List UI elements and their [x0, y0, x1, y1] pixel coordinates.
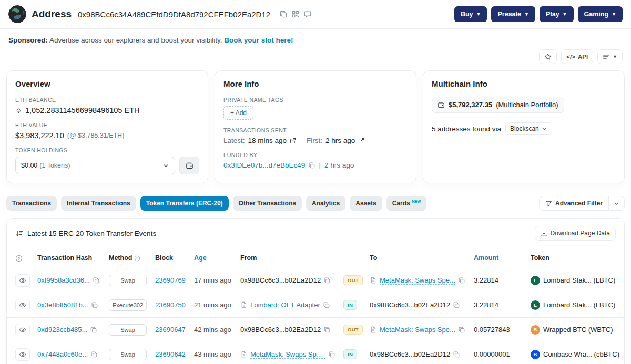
copy-icon[interactable] [90, 327, 97, 333]
funded-by-age-link[interactable]: 2 hrs ago [324, 161, 354, 169]
overview-title: Overview [15, 79, 199, 88]
tx-hash-link[interactable]: 0xf9958a3cd36... [37, 276, 90, 284]
wallet-button[interactable] [179, 157, 199, 174]
tab-token-transfers-erc20[interactable]: Token Transfers (ERC-20) [140, 196, 229, 211]
buy-button[interactable]: Buy▼ [454, 6, 487, 22]
col-from: From [236, 248, 339, 268]
qr-code-icon[interactable] [292, 11, 299, 18]
block-link[interactable]: 23690769 [155, 276, 186, 284]
tab-label: Internal Transactions [67, 200, 130, 207]
token-transfers-card: Latest 15 ERC-20 Token Transfer Events D… [6, 218, 625, 364]
tab-analytics[interactable]: Analytics [306, 196, 345, 211]
amount-sort-link[interactable]: Amount [474, 254, 498, 262]
eye-icon [19, 351, 26, 358]
direction-badge-in: IN [343, 300, 357, 310]
copy-icon[interactable] [91, 351, 97, 358]
gaming-button[interactable]: Gaming▼ [578, 6, 623, 22]
download-page-data-button[interactable]: Download Page Data [535, 226, 616, 241]
copy-icon[interactable] [93, 277, 99, 284]
favorite-star-button[interactable] [539, 49, 557, 64]
age-sort-link[interactable]: Age [194, 254, 207, 262]
copy-address-icon[interactable] [280, 11, 287, 18]
preview-eye-button[interactable] [15, 299, 30, 311]
page-header: Address 0x98BCc6c34A489CEfdD9DfA8d792CFE… [0, 0, 631, 29]
tx-hash-link[interactable]: 0x3e8bff5081b... [37, 301, 88, 309]
wallet-icon [437, 101, 445, 109]
tab-transactions[interactable]: Transactions [6, 196, 57, 211]
to-contract-link[interactable]: MetaMask: Swaps Spe... [380, 326, 455, 334]
to-contract-link[interactable]: MetaMask: Swaps Spe... [380, 276, 455, 285]
multichain-portfolio-badge[interactable]: $5,792,327.35 (Multichain Portfolio) [432, 97, 564, 113]
from-contract-link[interactable]: MetaMask: Swaps Spe... [250, 350, 325, 359]
advanced-filter-split-button: Advanced Filter [539, 196, 625, 211]
copy-icon[interactable] [329, 351, 335, 358]
from-contract-link[interactable]: Lombard: OFT Adapter [250, 301, 320, 309]
help-circle-icon[interactable] [15, 255, 23, 262]
eye-icon [19, 326, 26, 334]
copy-icon[interactable] [453, 302, 460, 308]
api-button[interactable]: </>API [561, 49, 593, 64]
comment-icon[interactable] [304, 11, 311, 18]
tab-label: Transactions [12, 200, 51, 207]
block-link[interactable]: 23690647 [155, 326, 186, 334]
token-name-link[interactable]: Lombard Stak... (LBTC) [543, 301, 615, 309]
tab-cards[interactable]: CardsNew [386, 196, 427, 211]
overview-card: Overview ETH BALANCE 1,052.2831145669984… [6, 70, 208, 183]
to-address: 0x98BCc6c3...b02Ea2D12 [370, 350, 450, 358]
copy-icon[interactable] [324, 277, 330, 284]
block-link[interactable]: 23690750 [155, 301, 186, 309]
addresses-found-text: 5 addresses found via [432, 125, 501, 133]
copy-icon[interactable] [323, 302, 330, 308]
contract-icon [370, 277, 376, 284]
copy-icon[interactable] [324, 327, 330, 333]
sponsored-link[interactable]: Book your slot here! [224, 36, 293, 44]
tab-label: Token Transfers (ERC-20) [146, 200, 223, 207]
table-header-row: Transaction Hash Method Block Age From T… [7, 248, 624, 268]
token-holdings-select[interactable]: $0.00(1 Tokens) [15, 157, 175, 174]
info-circle-icon[interactable] [134, 255, 140, 262]
token-holdings-label: TOKEN HOLDINGS [15, 147, 199, 153]
copy-icon[interactable] [459, 277, 465, 284]
copy-icon[interactable] [309, 162, 315, 169]
copy-icon[interactable] [91, 302, 98, 308]
preview-eye-button[interactable] [15, 348, 30, 361]
tx-hash-link[interactable]: 0xd923ccb485... [37, 326, 87, 334]
advanced-filter-caret-button[interactable] [608, 196, 625, 211]
copy-icon[interactable] [453, 351, 460, 358]
preview-eye-button[interactable] [15, 324, 30, 336]
presale-button[interactable]: Presale▼ [491, 6, 535, 22]
view-options-button[interactable]: ▼ [597, 49, 623, 64]
token-icon: L [531, 276, 540, 285]
token-name-link[interactable]: Coinbase Wra... (cbBTC) [543, 350, 619, 358]
preview-eye-button[interactable] [15, 274, 30, 287]
download-label: Download Page Data [551, 230, 610, 237]
add-name-tag-button[interactable]: + Add [223, 106, 253, 120]
token-name-link[interactable]: Wrapped BTC (WBTC) [543, 326, 613, 334]
tab-internal-transactions[interactable]: Internal Transactions [61, 196, 136, 211]
method-badge: Swap [109, 349, 147, 360]
first-value: 2 hrs ago [325, 137, 355, 144]
latest-external-link-icon[interactable] [290, 138, 296, 144]
first-external-link-icon[interactable] [358, 138, 364, 144]
latest-value: 18 mins ago [248, 137, 287, 144]
direction-badge-out: OUT [343, 275, 363, 285]
gaming-button-label: Gaming [584, 11, 609, 18]
block-link[interactable]: 23690642 [155, 350, 186, 358]
blockscan-select[interactable]: Blockscan [505, 122, 552, 135]
tab-assets[interactable]: Assets [350, 196, 382, 211]
latest-label: Latest: [223, 137, 245, 144]
funnel-icon [545, 200, 552, 207]
tab-label: Other Transactions [239, 200, 296, 207]
contract-icon [240, 301, 247, 308]
sort-filter-icon[interactable] [15, 230, 23, 237]
tab-other-transactions[interactable]: Other Transactions [233, 196, 302, 211]
tx-hash-link[interactable]: 0x7448a0c60e... [37, 350, 88, 358]
token-name-link[interactable]: Lombard Stak... (LBTC) [543, 276, 615, 284]
advanced-filter-button[interactable]: Advanced Filter [539, 196, 608, 211]
funded-by-address-link[interactable]: 0x3fDEe07b...d7eBbEc49 [223, 161, 305, 169]
copy-icon[interactable] [459, 327, 465, 333]
sponsored-banner: Sponsored: Advertise across our explorer… [0, 29, 631, 46]
col-amount: Amount [470, 248, 526, 268]
wallet-icon [186, 162, 194, 170]
play-button[interactable]: Play▼ [540, 6, 574, 22]
